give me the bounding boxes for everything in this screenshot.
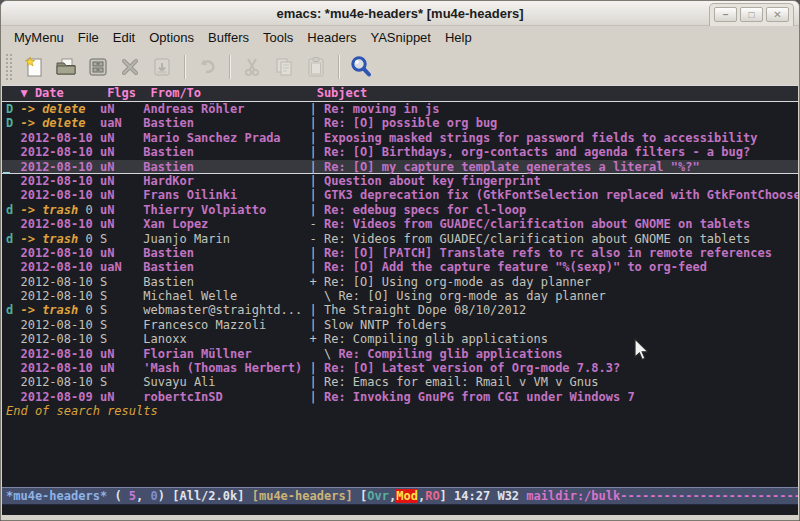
from-cell: robertcInSD [143,390,222,404]
from-cell: Michael Welle [143,289,237,303]
message-row[interactable]: d -> trash 0 S Juanjo Marin - Re: Videos… [2,232,798,246]
dired-button[interactable] [82,52,114,82]
from-cell: Lanoxx [143,332,186,346]
menu-item-headers[interactable]: Headers [300,28,363,47]
menu-item-edit[interactable]: Edit [106,28,142,47]
copy-button[interactable] [268,52,300,82]
message-row[interactable]: 2012-08-10 uN 'Mash (Thomas Herbert) | R… [2,361,798,375]
from-cell: Francesco Mazzoli [143,318,266,332]
pad [194,160,310,174]
date-cell: 2012-08-10 [20,332,92,346]
message-row[interactable]: d -> trash 0 uN Thierry Volpiatto | Re: … [2,203,798,217]
date-cell: -> trash [20,203,78,217]
message-row[interactable]: 2012-08-10 S Lanoxx + Re: Compiling glib… [2,332,798,346]
titlebar[interactable]: emacs: *mu4e-headers* [mu4e-headers] – □… [1,1,799,26]
message-row[interactable]: 2012-08-10 uN HardKor | Question about k… [2,174,798,188]
message-row[interactable]: d -> trash 0 S webmaster@straightd... | … [2,303,798,317]
message-row[interactable]: 2012-08-10 uN Frans Oilinki | GTK3 depre… [2,188,798,202]
message-row[interactable]: 2012-08-10 uaN Bastien | Re: [O] Add the… [2,260,798,274]
pad [114,203,143,217]
paste-button[interactable] [300,52,332,82]
thread-prefix: | [310,318,324,332]
thread-prefix: | [309,145,323,159]
from-cell: Bastien [143,246,194,260]
copy-pages-icon [272,55,296,79]
cut-button[interactable] [236,52,268,82]
frame-bottom-edge [1,515,799,520]
window-title: emacs: *mu4e-headers* [mu4e-headers] [276,6,523,21]
pad [93,217,100,231]
message-row[interactable]: 2012-08-10 S Suvayu Ali | Re: Emacs for … [2,375,798,389]
menu-item-buffers[interactable]: Buffers [201,28,256,47]
date-cell: 2012-08-10 [20,347,92,361]
new-file-button[interactable] [18,52,50,82]
pad [194,275,310,289]
close-button[interactable]: ✕ [766,7,789,22]
message-row[interactable]: 2012-08-10 uN Florian Müllner \ Re: Comp… [2,347,798,361]
message-row[interactable]: 2012-08-10 uN Bastien | Re: [O] [PATCH] … [2,246,798,260]
pad [107,375,143,389]
message-row[interactable]: 2012-08-10 uN Bastien | Re: [O] Birthday… [2,145,798,159]
flags-cell: uN [100,102,114,116]
toolbar-grip-handle[interactable] [5,53,12,81]
thread-prefix: | [310,131,324,145]
open-file-button[interactable] [50,52,82,82]
subject-cell: Re: Videos from GUADEC/clarification abo… [324,232,750,246]
file-drawer-icon [86,55,110,79]
end-of-results: End of search results [2,404,798,418]
date-cell: 2012-08-09 [20,390,92,404]
from-cell: Xan Lopez [143,217,208,231]
date-cell: 2012-08-10 [20,260,92,274]
modeline-segment-buffer: *mu4e-headers* [6,489,107,503]
flags-cell: uN [100,361,114,375]
subject-cell: Re: [O] Using org-mode as day planner [324,275,591,289]
menu-item-yasnippet[interactable]: YASnippet [363,28,437,47]
flags-cell: uN [100,246,114,260]
pad [93,260,100,274]
message-row[interactable]: 2012-08-10 uN Bastien | Re: [O] my captu… [2,160,798,174]
message-row[interactable]: 2012-08-10 S Bastien + Re: [O] Using org… [2,275,798,289]
pad [194,174,310,188]
message-row[interactable]: 2012-08-10 S Michael Welle \ Re: [O] Usi… [2,289,798,303]
date-suffix: 0 [78,303,92,317]
modeline-segment-plain: ) [158,489,172,503]
maximize-button[interactable]: □ [740,7,763,22]
flags-cell: uN [100,145,114,159]
search-button[interactable] [345,52,377,82]
date-cell: 2012-08-10 [20,160,92,174]
subject-cell: Re: [O] Using org-mode as day planner [338,289,605,303]
message-row[interactable]: 2012-08-10 S Francesco Mazzoli | Slow NN… [2,318,798,332]
from-cell: Bastien [143,145,194,159]
minimize-button[interactable]: – [714,7,737,22]
message-row[interactable]: D -> delete uN Andreas Röhler | Re: movi… [2,102,798,116]
menu-item-tools[interactable]: Tools [256,28,300,47]
from-cell: Florian Müllner [143,347,251,361]
pad [194,116,310,130]
pad [93,275,100,289]
menu-item-options[interactable]: Options [142,28,201,47]
date-cell: 2012-08-10 [20,174,92,188]
menu-item-mymenu[interactable]: MyMenu [7,28,71,47]
pad [107,318,143,332]
close-x-icon [118,55,142,79]
flags-cell: uN [100,131,114,145]
kill-buffer-button[interactable] [114,52,146,82]
subject-cell: Re: [O] Add the capture feature "%(sexp)… [324,260,707,274]
menu-item-help[interactable]: Help [438,28,479,47]
message-row[interactable]: D -> delete uaN Bastien | Re: [O] possib… [2,116,798,130]
thread-prefix: \ [309,347,338,361]
maximize-icon: □ [748,10,754,20]
menu-item-file[interactable]: File [71,28,106,47]
mode-line[interactable]: *mu4e-headers* ( 5, 0) [All/2.0k] [mu4e-… [2,487,798,505]
pad [93,347,100,361]
message-row[interactable]: 2012-08-10 uN Mario Sanchez Prada | Expo… [2,131,798,145]
date-cell: 2012-08-10 [20,318,92,332]
date-cell: 2012-08-10 [20,289,92,303]
date-cell: 2012-08-10 [20,361,92,375]
undo-button[interactable] [191,52,223,82]
message-row[interactable]: 2012-08-09 uN robertcInSD | Re: Invoking… [2,390,798,404]
subject-cell: Re: [O] my capture template generates a … [324,160,700,174]
save-buffer-button[interactable] [146,52,178,82]
message-row[interactable]: 2012-08-10 uN Xan Lopez - Re: Videos fro… [2,217,798,231]
pad [114,347,143,361]
